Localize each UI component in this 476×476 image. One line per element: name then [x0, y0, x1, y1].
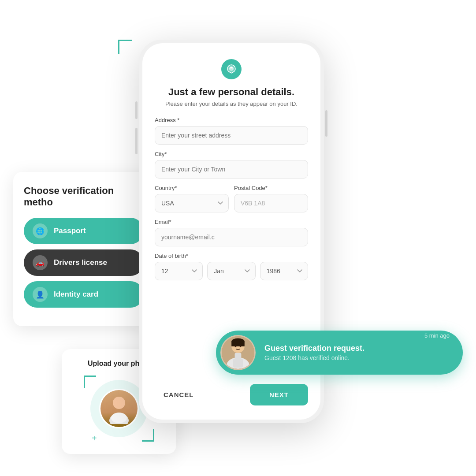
country-postal-row: Country* USA Postal Code* — [155, 185, 308, 212]
dob-year-select[interactable]: 1986 — [260, 262, 308, 280]
email-input[interactable] — [155, 228, 308, 246]
phone-vol-up-button — [135, 101, 138, 119]
bracket-bottom-right — [142, 429, 154, 442]
plus-bottom-left: + — [92, 433, 97, 443]
country-select[interactable]: USA — [155, 194, 229, 212]
postal-input[interactable] — [234, 194, 308, 212]
postal-group: Postal Code* — [234, 185, 308, 212]
phone-power-button — [325, 110, 327, 137]
logo-icon — [226, 63, 237, 75]
verify-option-id-card[interactable]: 👤 Identity card — [24, 281, 144, 308]
dob-day-select[interactable]: 12 — [155, 262, 203, 280]
next-button[interactable]: NEXT — [250, 384, 308, 405]
toast-avatar — [220, 335, 256, 370]
svg-point-9 — [240, 346, 242, 347]
passport-label: Passport — [54, 227, 86, 235]
address-label: Address * — [155, 117, 308, 123]
svg-rect-11 — [235, 353, 242, 361]
city-input[interactable] — [155, 160, 308, 178]
dob-label: Date of birth* — [155, 253, 308, 259]
avatar-face — [100, 390, 138, 427]
country-group: Country* USA — [155, 185, 229, 212]
form-subtitle: Please enter your details as they appear… — [165, 100, 298, 107]
toast-title: Guest verification request. — [264, 344, 424, 353]
verify-option-passport[interactable]: 🌐 Passport — [24, 218, 144, 244]
verify-option-drivers[interactable]: 🚗 Drivers license — [24, 249, 144, 276]
notification-toast: Guest verification request. Guest 1208 h… — [216, 331, 463, 375]
svg-point-0 — [113, 397, 125, 409]
car-icon: 🚗 — [33, 255, 48, 270]
upload-avatar — [99, 389, 139, 428]
id-card-label: Identity card — [54, 290, 98, 299]
toast-time: 5 min ago — [424, 331, 450, 339]
cancel-button[interactable]: CANCEL — [155, 385, 203, 405]
bracket-top-left — [84, 376, 96, 388]
toast-person-svg — [222, 335, 254, 369]
phone-vol-down-button — [135, 128, 138, 154]
verify-method-panel: Choose verification metho 🌐 Passport 🚗 D… — [13, 172, 154, 326]
person-icon: 👤 — [33, 287, 48, 302]
postal-label: Postal Code* — [234, 185, 308, 191]
corner-bracket-decoration — [118, 40, 132, 54]
country-label: Country* — [155, 185, 229, 191]
svg-point-8 — [235, 346, 237, 347]
drivers-label: Drivers license — [54, 258, 107, 267]
toast-subtitle: Guest 1208 has verified online. — [264, 354, 424, 361]
globe-icon: 🌐 — [33, 223, 48, 238]
svg-rect-7 — [231, 342, 245, 346]
dob-month-select[interactable]: Jan — [207, 262, 255, 280]
app-logo — [221, 59, 242, 79]
dob-row: 12 Jan 1986 — [155, 262, 308, 280]
email-label: Email* — [155, 219, 308, 225]
svg-point-2 — [111, 413, 127, 423]
verify-panel-title: Choose verification metho — [24, 185, 144, 208]
toast-avatar-face — [222, 336, 254, 369]
toast-content: Guest verification request. Guest 1208 h… — [264, 344, 424, 361]
person-silhouette — [106, 393, 132, 424]
phone-buttons: CANCEL NEXT — [142, 384, 320, 420]
address-input[interactable] — [155, 126, 308, 145]
form-title: Just a few personal details. — [168, 86, 294, 98]
city-label: City* — [155, 151, 308, 157]
